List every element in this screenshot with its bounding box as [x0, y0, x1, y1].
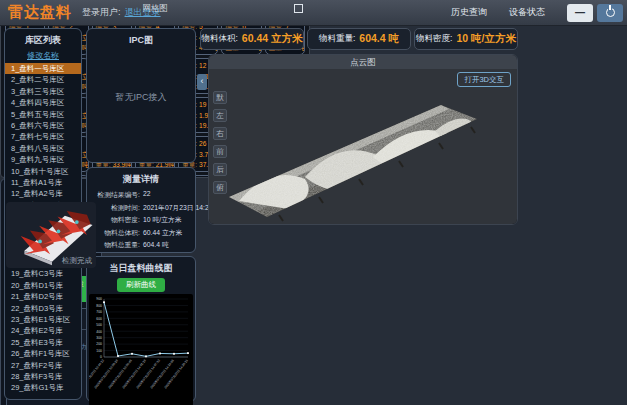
storage-area-item[interactable]: 6_盘料六号库区	[5, 120, 81, 131]
power-icon	[606, 8, 615, 17]
measure-title: 测量详情	[87, 168, 195, 186]
storage-area-item[interactable]: 3_盘料三号库区	[5, 86, 81, 97]
storage-area-item[interactable]: 23_盘料E1号库区	[5, 314, 81, 325]
stat-panel: 物料密度: 10 吨/立方米	[414, 28, 518, 50]
point-cloud-render	[209, 69, 517, 225]
measure-row: 物料总重量: 604.4 吨	[90, 240, 192, 250]
storage-area-item[interactable]: 2_盘料二号库区	[5, 74, 81, 85]
view-direction-button[interactable]: 俯	[213, 181, 227, 194]
cell-id: 26	[199, 140, 206, 147]
stat-label: 物料密度:	[416, 33, 452, 45]
measure-row: 检测时间: 2021年07月23日 14:20:16	[90, 203, 192, 213]
minimize-icon: —	[575, 7, 585, 18]
measure-row: 物料密度: 10 吨/立方米	[90, 215, 192, 225]
stat-label: 物料体积:	[201, 33, 237, 45]
storage-area-item[interactable]: 29_盘料G1号库	[5, 382, 81, 393]
measure-value: 60.44 立方米	[143, 228, 182, 238]
svg-text:400: 400	[96, 330, 102, 334]
storage-area-item[interactable]: 22_盘料D3号库	[5, 303, 81, 314]
svg-text:300: 300	[96, 336, 102, 340]
detect-status-text: 检测完成	[62, 256, 92, 266]
sidebar-title: 库区列表	[5, 29, 81, 47]
storage-area-item[interactable]: 4_盘料四号库区	[5, 97, 81, 108]
storage-area-item[interactable]: 11_盘料A1号库	[5, 177, 81, 188]
view-direction-button[interactable]: 后	[213, 163, 227, 176]
measure-row: 检测结果编号: 22	[90, 190, 192, 200]
storage-area-item[interactable]: 7_盘料七号库区	[5, 131, 81, 142]
view-button-column: 默左右前后俯	[213, 91, 227, 194]
cell-id: 12	[199, 62, 206, 69]
stat-label: 物料重量:	[319, 33, 355, 45]
view-direction-button[interactable]: 默	[213, 91, 227, 104]
storage-area-item[interactable]: 21_盘料D2号库	[5, 291, 81, 302]
measure-detail-panel: 测量详情 检测结果编号: 22 检测时间: 2021年07月23日 14:20:…	[86, 167, 196, 253]
measure-value: 22	[143, 190, 151, 200]
stat-value: 604.4 吨	[359, 32, 399, 46]
storage-area-item[interactable]: 20_盘料D1号库	[5, 280, 81, 291]
storage-area-item[interactable]: 8_盘料八号库区	[5, 143, 81, 154]
history-query-button[interactable]: 历史查询	[451, 6, 487, 19]
open-3d-button[interactable]: 打开3D交互	[457, 72, 511, 87]
storage-area-item[interactable]: 19_盘料C3号库	[5, 268, 81, 279]
storage-area-item[interactable]: 5_盘料五号库区	[5, 109, 81, 120]
cell-id: 19	[199, 101, 206, 108]
measure-value: 604.4 吨	[143, 240, 169, 250]
storage-area-item[interactable]: 28_盘料F3号库	[5, 371, 81, 382]
measure-value: 10 吨/立方米	[143, 215, 182, 225]
point-cloud-title: 点云图	[209, 55, 517, 69]
storage-area-item[interactable]: 12_盘料A2号库	[5, 188, 81, 199]
svg-text:200: 200	[96, 342, 102, 346]
measure-label: 检测结果编号:	[90, 190, 140, 200]
power-button[interactable]	[597, 4, 623, 22]
minimize-button[interactable]: —	[567, 4, 593, 22]
view-direction-button[interactable]: 前	[213, 145, 227, 158]
measure-label: 物料总重量:	[90, 240, 140, 250]
storage-area-item[interactable]: 26_盘料F1号库区	[5, 348, 81, 359]
rename-link[interactable]: 修改名称	[5, 50, 81, 61]
svg-text:900: 900	[96, 297, 102, 301]
svg-text:600: 600	[96, 317, 102, 321]
material-stats-bar: 物料体积: 60.44 立方米 物料重量: 604.4 吨 物料密度: 10 吨…	[200, 28, 518, 50]
measure-label: 物料密度:	[90, 215, 140, 225]
view-direction-button[interactable]: 左	[213, 109, 227, 122]
storage-area-item[interactable]: 1_盘料一号库区	[5, 63, 81, 74]
ipc-empty-text: 暂无IPC接入	[87, 91, 195, 104]
svg-text:500: 500	[96, 323, 102, 327]
storage-area-item[interactable]: 27_盘料F2号库	[5, 360, 81, 371]
storage-area-item[interactable]: 10_盘料十号库区	[5, 166, 81, 177]
daily-curve-panel: 当日盘料曲线图 刷新曲线 010020030040050060070080090…	[86, 256, 196, 402]
svg-text:100: 100	[96, 349, 102, 353]
measure-row: 物料总体积: 60.44 立方米	[90, 228, 192, 238]
view-direction-button[interactable]: 右	[213, 127, 227, 140]
stat-panel: 物料重量: 604.4 吨	[307, 28, 411, 50]
point-cloud-canvas[interactable]: 默左右前后俯	[209, 69, 517, 224]
fullscreen-icon[interactable]	[294, 4, 303, 13]
stat-value: 60.44 立方米	[242, 32, 303, 46]
svg-text:700: 700	[96, 310, 102, 314]
storage-area-item[interactable]: 25_盘料E3号库	[5, 337, 81, 348]
storage-area-item[interactable]: 24_盘料E2号库	[5, 325, 81, 336]
measure-label: 检测时间:	[90, 203, 140, 213]
ipc-title: IPC图	[87, 29, 195, 47]
storage-area-item[interactable]: 9_盘料九号库区	[5, 154, 81, 165]
ipc-panel: IPC图 暂无IPC接入	[86, 28, 196, 163]
collapse-panel-arrow[interactable]: ‹	[197, 74, 207, 90]
curve-title: 当日盘料曲线图	[87, 257, 195, 275]
point-cloud-panel: 点云图	[208, 54, 518, 225]
svg-text:800: 800	[96, 304, 102, 308]
daily-curve-chart: 01002003004005006007008009002021年07月23日 …	[89, 294, 193, 405]
refresh-curve-button[interactable]: 刷新曲线	[117, 278, 165, 292]
warehouse-radar-image: 检测完成	[6, 202, 96, 268]
stat-panel: 物料体积: 60.44 立方米	[200, 28, 304, 50]
device-status-button[interactable]: 设备状态	[509, 6, 545, 19]
grid-title: 网格图	[142, 3, 168, 13]
stat-value: 10 吨/立方米	[456, 32, 516, 46]
measure-label: 物料总体积:	[90, 228, 140, 238]
